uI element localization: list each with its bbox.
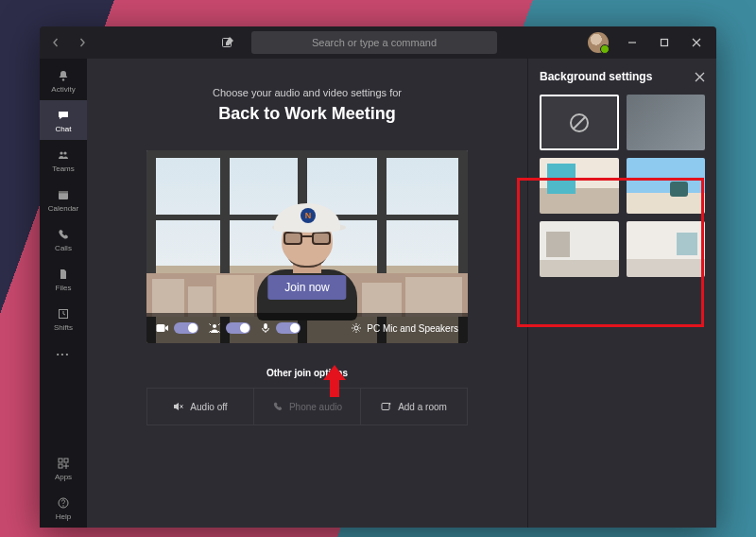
rail-activity[interactable]: Activity <box>40 61 87 100</box>
rail-label: Calls <box>55 244 72 252</box>
camera-icon <box>156 322 169 334</box>
cap-logo: N <box>301 208 316 223</box>
search-placeholder: Search or type a command <box>312 37 437 48</box>
audio-off-option[interactable]: Audio off <box>147 389 254 424</box>
background-tile-none[interactable] <box>540 95 619 150</box>
prejoin-pane: Choose your audio and video settings for… <box>87 59 527 528</box>
help-icon <box>56 495 71 511</box>
meeting-title: Back to Work Meeting <box>218 104 396 124</box>
prejoin-hint: Choose your audio and video settings for <box>213 87 402 98</box>
teams-icon <box>56 147 71 163</box>
gear-icon <box>351 322 362 334</box>
file-icon <box>56 267 71 282</box>
option-label: Add a room <box>398 402 447 412</box>
background-effects-toggle[interactable] <box>226 322 250 334</box>
other-join-options-label: Other join options <box>266 368 348 378</box>
background-tile-image-1[interactable] <box>540 158 619 214</box>
svg-point-3 <box>60 151 62 154</box>
rail-label: Files <box>56 284 72 292</box>
rail-chat[interactable]: Chat <box>40 100 87 140</box>
background-tile-grid <box>540 95 705 277</box>
profile-avatar[interactable] <box>588 32 609 53</box>
microphone-icon <box>260 322 271 334</box>
rail-files[interactable]: Files <box>40 259 87 299</box>
bell-icon <box>56 68 71 83</box>
rail-more[interactable]: ••• <box>40 338 87 369</box>
chat-icon <box>56 108 71 123</box>
phone-audio-option[interactable]: Phone audio <box>254 389 361 424</box>
rail-label: Chat <box>56 125 72 133</box>
window-close-button[interactable] <box>682 29 711 56</box>
svg-rect-17 <box>382 404 389 410</box>
self-video-person: N <box>246 199 369 320</box>
window-maximize-button[interactable] <box>650 29 679 56</box>
device-label: PC Mic and Speakers <box>367 323 458 334</box>
background-settings-panel: Background settings <box>527 59 716 528</box>
add-room-option[interactable]: Add a room <box>361 389 467 424</box>
svg-rect-10 <box>59 464 62 468</box>
nav-back-button[interactable] <box>45 32 66 53</box>
panel-close-button[interactable] <box>695 72 705 82</box>
calendar-icon <box>56 187 71 202</box>
rail-label: Help <box>56 512 71 521</box>
rail-label: Teams <box>52 165 75 173</box>
background-effects-icon <box>208 322 221 334</box>
join-now-button[interactable]: Join now <box>267 275 346 300</box>
background-tile-image-2[interactable] <box>627 158 706 214</box>
svg-point-12 <box>62 505 63 506</box>
rail-calls[interactable]: Calls <box>40 219 87 259</box>
rail-label: Apps <box>55 473 72 481</box>
rail-label: Activity <box>51 85 75 94</box>
search-input[interactable]: Search or type a command <box>251 31 497 54</box>
rail-teams[interactable]: Teams <box>40 140 87 180</box>
rail-calendar[interactable]: Calendar <box>40 180 87 219</box>
app-rail: Activity Chat Teams Calendar <box>40 59 87 528</box>
option-label: Phone audio <box>289 402 342 412</box>
svg-rect-13 <box>157 324 165 332</box>
self-video-preview: N Join now <box>146 150 468 343</box>
speaker-off-icon <box>173 401 184 412</box>
svg-point-4 <box>63 151 66 154</box>
background-tile-image-3[interactable] <box>540 221 619 277</box>
teams-window: Search or type a command Activity <box>40 26 716 528</box>
join-now-label: Join now <box>284 281 329 294</box>
svg-rect-8 <box>59 459 62 462</box>
rail-label: Calendar <box>48 204 78 213</box>
ellipsis-icon: ••• <box>56 346 71 361</box>
rail-label: Shifts <box>54 323 73 332</box>
apps-icon <box>56 456 71 471</box>
other-join-options: Audio off Phone audio Add a room <box>146 388 468 425</box>
nav-forward-button[interactable] <box>72 32 93 53</box>
svg-rect-1 <box>662 40 668 46</box>
camera-toggle[interactable] <box>174 322 198 334</box>
add-room-icon <box>381 401 392 412</box>
shifts-icon <box>56 306 71 321</box>
option-label: Audio off <box>190 402 227 412</box>
svg-point-14 <box>213 324 216 328</box>
prejoin-controls: PC Mic and Speakers <box>146 313 468 343</box>
window-minimize-button[interactable] <box>618 29 646 56</box>
svg-rect-15 <box>264 323 267 329</box>
rail-help[interactable]: Help <box>40 488 87 528</box>
new-chat-button[interactable] <box>217 32 238 53</box>
rail-apps[interactable]: Apps <box>40 448 87 488</box>
phone-icon <box>56 227 71 242</box>
panel-title: Background settings <box>540 70 652 83</box>
svg-point-16 <box>354 326 358 330</box>
background-tile-blur[interactable] <box>627 95 706 150</box>
titlebar: Search or type a command <box>40 26 716 59</box>
rail-shifts[interactable]: Shifts <box>40 299 87 338</box>
svg-rect-6 <box>59 191 68 193</box>
background-tile-image-4[interactable] <box>627 221 706 277</box>
microphone-toggle[interactable] <box>276 322 301 334</box>
svg-point-2 <box>62 78 64 80</box>
device-settings-button[interactable]: PC Mic and Speakers <box>351 322 458 334</box>
svg-rect-9 <box>64 459 68 462</box>
no-background-icon <box>540 95 619 150</box>
phone-icon <box>272 401 284 412</box>
